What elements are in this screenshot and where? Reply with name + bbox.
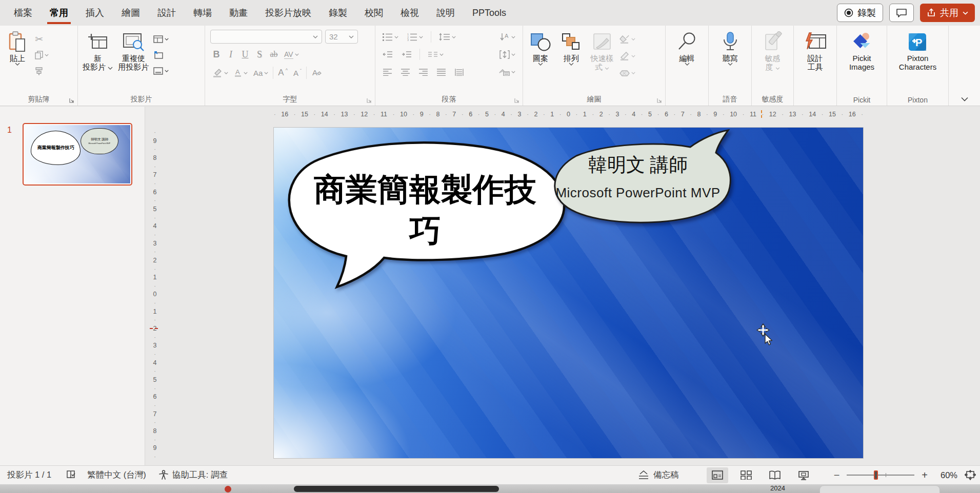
pickit-images-button[interactable]: Pickit Images — [847, 28, 877, 72]
share-button[interactable]: 共用 — [920, 4, 975, 22]
ruler-tick: · — [527, 111, 529, 117]
slide-canvas[interactable]: 商業簡報製作技巧 韓明文 講師 Microsoft PowerPoint MVP — [274, 128, 863, 458]
reuse-slides-button[interactable]: 重複使 用投影片 — [115, 28, 151, 72]
menu-tab-6[interactable]: 動畫 — [221, 0, 256, 26]
menu-tab-11[interactable]: 說明 — [428, 0, 464, 26]
zoom-out-button[interactable]: − — [834, 469, 840, 481]
menu-tab-12[interactable]: PPTools — [464, 0, 515, 26]
comments-button[interactable] — [889, 4, 914, 22]
align-text-button[interactable] — [497, 48, 517, 60]
align-left-button[interactable] — [381, 66, 394, 78]
menu-tab-2[interactable]: 插入 — [77, 0, 113, 26]
zoom-level[interactable]: 60% — [935, 470, 957, 480]
arrange-button[interactable]: 排列 — [556, 28, 587, 66]
menu-tab-3[interactable]: 繪圖 — [113, 0, 149, 26]
shrink-font-button[interactable]: Aˇ — [291, 67, 304, 79]
font-size-combobox[interactable]: 32 — [325, 30, 358, 44]
quick-styles-button[interactable]: 快速樣 式 — [587, 28, 617, 72]
bullets-button[interactable] — [381, 31, 401, 43]
strikethrough-button[interactable]: ab — [268, 50, 280, 59]
group-drawing: 圖案 排列 快速樣 式 — [523, 26, 666, 106]
slide-thumbnail[interactable]: 商業簡報製作技巧 韓明文 講師 Microsoft PowerPoint MVP — [23, 123, 132, 186]
reading-view-button[interactable] — [764, 467, 786, 483]
line-spacing-button[interactable] — [437, 31, 458, 43]
text-direction-button[interactable]: A — [497, 31, 517, 43]
format-painter-button[interactable] — [33, 65, 51, 77]
zoom-slider-thumb[interactable] — [874, 470, 878, 480]
section-button[interactable] — [151, 65, 171, 77]
slide-sorter-view-button[interactable] — [735, 467, 757, 483]
character-spacing-button[interactable]: AV — [282, 48, 301, 60]
editing-button[interactable]: 編輯 — [672, 28, 703, 66]
underline-button[interactable]: U — [239, 49, 251, 60]
slide-title-text[interactable]: 商業簡報製作技巧 — [302, 159, 548, 262]
italic-button[interactable]: I — [225, 49, 237, 60]
spellcheck-button[interactable] — [66, 470, 76, 480]
slideshow-view-button[interactable] — [793, 467, 814, 483]
notes-label: 備忘稿 — [653, 469, 679, 481]
accessibility-button[interactable]: 協助工具: 調查 — [158, 469, 228, 481]
increase-indent-button[interactable] — [399, 48, 414, 60]
slide-layout-button[interactable] — [151, 33, 171, 45]
new-slide-button[interactable]: 新 投影片 — [80, 28, 115, 72]
paragraph-dialog-launcher[interactable] — [514, 97, 520, 104]
menu-tab-9[interactable]: 校閱 — [356, 0, 392, 26]
font-name-combobox[interactable] — [210, 30, 322, 44]
menu-tab-4[interactable]: 設計 — [149, 0, 185, 26]
align-right-button[interactable] — [416, 66, 430, 78]
speaker-name-text[interactable]: 韓明文 講師 — [558, 152, 717, 178]
share-label: 共用 — [940, 7, 958, 19]
new-slide-label-1: 新 — [94, 54, 102, 63]
grow-font-button[interactable]: A^ — [276, 67, 290, 79]
change-case-button[interactable]: Aa — [251, 67, 270, 79]
language-button[interactable]: 繁體中文 (台灣) — [87, 469, 146, 481]
drawing-dialog-launcher[interactable] — [656, 97, 663, 104]
normal-view-button[interactable] — [707, 467, 728, 483]
speaker-speech-bubble[interactable] — [546, 129, 738, 232]
shape-fill-button[interactable] — [617, 33, 637, 45]
vertical-ruler[interactable]: ·9·8·7·6·5·4·3·2·1·0·1·2·3·4·5·6·7·8·9· — [150, 129, 160, 460]
notes-button[interactable]: 備忘稿 — [637, 469, 679, 481]
speaker-credential-text[interactable]: Microsoft PowerPoint MVP — [553, 185, 723, 201]
menu-tab-1[interactable]: 常用 — [41, 0, 77, 26]
collapse-ribbon-button[interactable] — [961, 97, 969, 101]
menu-tab-0[interactable]: 檔案 — [5, 0, 41, 26]
notes-icon — [637, 470, 650, 480]
font-color-button[interactable]: A — [232, 67, 250, 79]
pixton-characters-button[interactable]: P Pixton Characters — [896, 28, 939, 72]
dictate-button[interactable]: 聽寫 — [715, 28, 746, 66]
designer-button[interactable]: 設計 工具 — [800, 28, 831, 72]
reset-slide-button[interactable] — [151, 49, 171, 61]
align-center-button[interactable] — [398, 66, 412, 78]
sensitivity-button[interactable]: 敏感 度 — [757, 28, 788, 72]
highlight-color-button[interactable] — [210, 67, 230, 79]
menu-tab-10[interactable]: 檢視 — [392, 0, 428, 26]
paste-button[interactable]: 貼上 — [2, 28, 33, 66]
shape-effects-button[interactable] — [617, 67, 637, 79]
text-shadow-button[interactable]: S — [253, 49, 266, 60]
shapes-button[interactable]: 圖案 — [525, 28, 556, 66]
menu-tab-8[interactable]: 錄製 — [320, 0, 356, 26]
menu-bar: 檔案常用插入繪圖設計轉場動畫投影片放映錄製校閱檢視說明PPTools 錄製 共用 — [0, 0, 980, 26]
clear-formatting-button[interactable]: A — [309, 67, 324, 79]
distribute-button[interactable] — [452, 66, 466, 78]
record-button[interactable]: 錄製 — [837, 4, 883, 22]
chevron-down-icon — [224, 72, 228, 74]
font-dialog-launcher[interactable] — [366, 97, 372, 104]
copy-button[interactable] — [33, 49, 51, 61]
numbering-button[interactable]: 123 — [405, 31, 425, 43]
bold-button[interactable]: B — [210, 49, 223, 60]
cut-button[interactable]: ✂ — [33, 33, 51, 45]
menu-tab-7[interactable]: 投影片放映 — [256, 0, 320, 26]
decrease-indent-button[interactable] — [381, 48, 395, 60]
zoom-in-button[interactable]: + — [922, 469, 928, 481]
zoom-slider[interactable] — [847, 470, 914, 480]
clipboard-dialog-launcher[interactable] — [69, 97, 75, 104]
justify-button[interactable] — [434, 66, 448, 78]
convert-smartart-button[interactable] — [496, 66, 517, 78]
menu-tab-5[interactable]: 轉場 — [185, 0, 221, 26]
shape-outline-button[interactable] — [617, 50, 637, 62]
fit-slide-to-window-button[interactable] — [965, 470, 976, 480]
columns-button[interactable] — [426, 48, 446, 60]
horizontal-ruler[interactable]: ·16·15·14·13·12·11·10·9·8·7·6·5·4·3·2·1·… — [274, 109, 863, 120]
